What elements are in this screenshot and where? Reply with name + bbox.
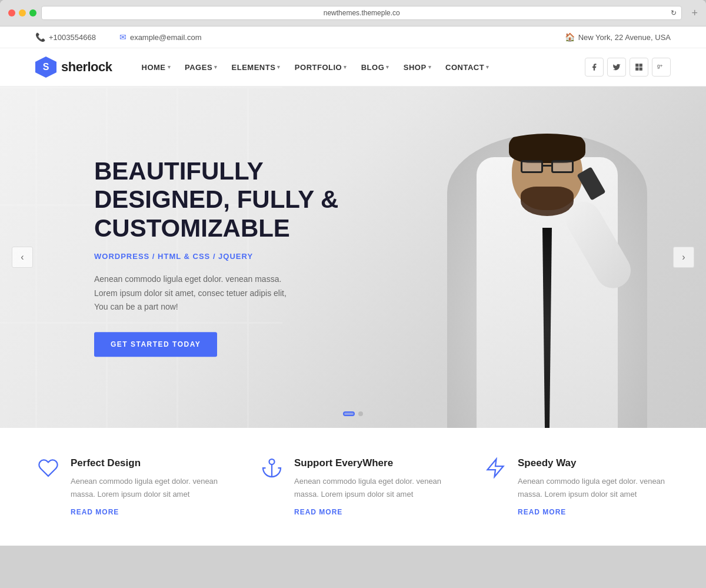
phone-item: 📞 +1003554668	[35, 32, 96, 42]
hero-title: BEAUTIFULLY DESIGNED, FULLY & CUSTOMIZAB…	[94, 157, 359, 242]
phone-text: +1003554668	[49, 33, 96, 42]
logo[interactable]: S sherlock	[35, 57, 112, 78]
nav-home[interactable]: HOME ▾	[136, 59, 177, 75]
traffic-lights	[8, 9, 36, 16]
feature-support-link[interactable]: READ MORE	[294, 508, 447, 516]
website-content: 📞 +1003554668 ✉ example@email.com 🏠 New …	[0, 26, 706, 546]
google-plus-icon[interactable]: g+	[652, 58, 671, 77]
top-bar: 📞 +1003554668 ✉ example@email.com 🏠 New …	[0, 26, 706, 48]
svg-text:g+: g+	[657, 64, 663, 69]
feature-speedy: Speedy Way Aenean commodo ligula eget do…	[482, 457, 671, 516]
slider-dot-2[interactable]	[358, 411, 363, 416]
lightning-icon	[482, 457, 508, 483]
social-icons: g+	[585, 58, 671, 77]
features-section: Perfect Design Aenean commodo ligula ege…	[0, 428, 706, 546]
new-tab-button[interactable]: +	[691, 7, 698, 19]
hero-person-illustration	[424, 110, 659, 428]
feature-perfect-design-title: Perfect Design	[71, 457, 224, 469]
svg-point-5	[269, 459, 275, 464]
feature-support-content: Support EveryWhere Aenean commodo ligula…	[294, 457, 447, 516]
svg-marker-7	[488, 459, 504, 477]
feature-perfect-design: Perfect Design Aenean commodo ligula ege…	[35, 457, 224, 516]
nav-portfolio[interactable]: PORTFOLIO ▾	[289, 59, 353, 75]
main-nav: HOME ▾ PAGES ▾ ELEMENTS ▾ PORTFOLIO ▾ BL…	[136, 59, 574, 75]
hero-content: BEAUTIFULLY DESIGNED, FULLY & CUSTOMIZAB…	[94, 157, 359, 357]
slider-dot-1[interactable]	[343, 411, 355, 416]
minimize-button[interactable]	[19, 9, 26, 16]
hero-cta-button[interactable]: GET STARTED TODAY	[94, 333, 217, 357]
nav-contact-arrow: ▾	[486, 64, 489, 70]
nav-contact[interactable]: CONTACT ▾	[439, 59, 495, 75]
svg-rect-2	[635, 68, 638, 71]
svg-rect-1	[640, 64, 642, 67]
logo-text: sherlock	[61, 59, 112, 75]
feature-support-desc: Aenean commodo ligula eget dolor. venean…	[294, 475, 447, 501]
feature-perfect-design-desc: Aenean commodo ligula eget dolor. venean…	[71, 475, 224, 501]
hero-subtitle: WORDPRESS / HTML & CSS / JQUERY	[94, 252, 359, 261]
slider-dots	[343, 411, 363, 416]
site-header: S sherlock HOME ▾ PAGES ▾ ELEMENTS ▾ POR…	[0, 48, 706, 87]
address-item: 🏠 New York, 22 Avenue, USA	[565, 32, 671, 42]
refresh-icon[interactable]: ↻	[671, 9, 677, 17]
feature-speedy-desc: Aenean commodo ligula eget dolor. venean…	[518, 475, 671, 501]
nav-shop[interactable]: SHOP ▾	[398, 59, 437, 75]
feature-speedy-content: Speedy Way Aenean commodo ligula eget do…	[518, 457, 671, 516]
flickr-icon[interactable]	[630, 58, 648, 77]
logo-icon: S	[35, 57, 56, 78]
close-button[interactable]	[8, 9, 15, 16]
feature-speedy-title: Speedy Way	[518, 457, 671, 469]
hero-section: BEAUTIFULLY DESIGNED, FULLY & CUSTOMIZAB…	[0, 87, 706, 428]
url-bar[interactable]: newthemes.themeple.co ↻	[41, 6, 682, 20]
url-text: newthemes.themeple.co	[324, 9, 400, 17]
nav-elements[interactable]: ELEMENTS ▾	[226, 59, 287, 75]
heart-icon	[35, 457, 61, 483]
nav-pages-arrow: ▾	[214, 64, 218, 70]
browser-titlebar: newthemes.themeple.co ↻ +	[0, 0, 706, 26]
nav-shop-arrow: ▾	[428, 64, 432, 70]
email-icon: ✉	[119, 32, 126, 42]
facebook-icon[interactable]	[585, 58, 604, 77]
svg-rect-3	[640, 68, 642, 71]
slider-prev-button[interactable]: ‹	[12, 247, 33, 268]
email-item: ✉ example@email.com	[119, 32, 202, 42]
feature-support: Support EveryWhere Aenean commodo ligula…	[259, 457, 447, 516]
anchor-icon	[259, 457, 285, 483]
nav-blog-arrow: ▾	[386, 64, 389, 70]
nav-elements-arrow: ▾	[277, 64, 281, 70]
nav-home-arrow: ▾	[168, 64, 171, 70]
phone-icon: 📞	[35, 32, 45, 42]
location-icon: 🏠	[565, 32, 575, 42]
nav-portfolio-arrow: ▾	[344, 64, 347, 70]
nav-blog[interactable]: BLOG ▾	[355, 59, 395, 75]
email-text: example@email.com	[130, 33, 202, 42]
twitter-icon[interactable]	[607, 58, 626, 77]
feature-speedy-link[interactable]: READ MORE	[518, 508, 671, 516]
nav-pages[interactable]: PAGES ▾	[179, 59, 224, 75]
maximize-button[interactable]	[29, 9, 36, 16]
address-text: New York, 22 Avenue, USA	[578, 33, 671, 42]
feature-perfect-design-content: Perfect Design Aenean commodo ligula ege…	[71, 457, 224, 516]
feature-support-title: Support EveryWhere	[294, 457, 447, 469]
feature-perfect-design-link[interactable]: READ MORE	[71, 508, 224, 516]
svg-rect-0	[635, 64, 638, 67]
slider-next-button[interactable]: ›	[673, 247, 694, 268]
hero-description: Aenean commodo ligula eget dolor. venean…	[94, 273, 294, 314]
